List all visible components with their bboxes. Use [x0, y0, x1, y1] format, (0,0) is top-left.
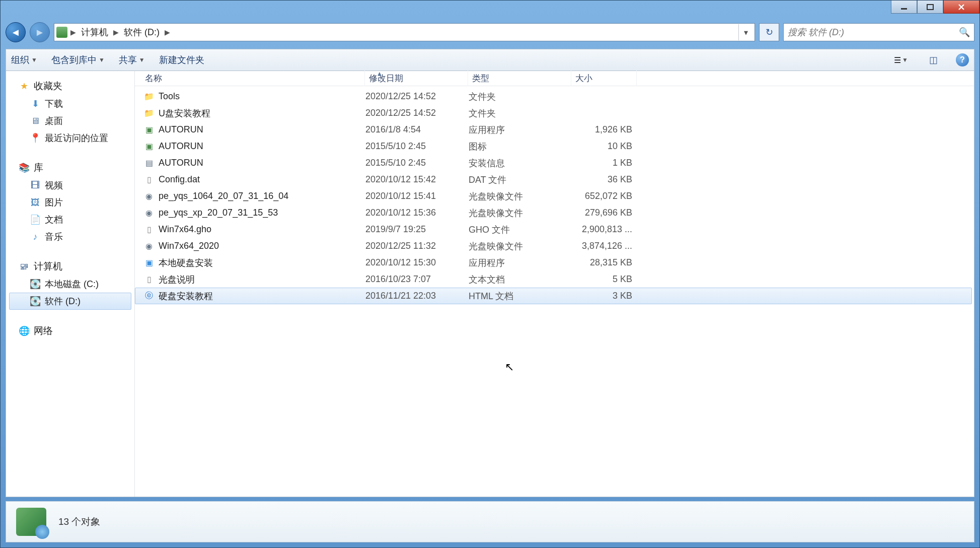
- share-label: 共享: [119, 54, 137, 66]
- new-folder-button[interactable]: 新建文件夹: [159, 54, 204, 66]
- drive-icon: [56, 27, 67, 38]
- file-date: 2016/10/23 7:07: [365, 274, 469, 285]
- iso-icon: ◉: [143, 191, 155, 202]
- file-type: DAT 文件: [469, 174, 572, 186]
- file-row[interactable]: ▣AUTORUN2016/1/8 4:54应用程序1,926 KB: [135, 121, 972, 138]
- computer-header[interactable]: 🖳 计算机: [9, 257, 131, 276]
- file-row[interactable]: 📁Tools2020/12/25 14:52文件夹: [135, 88, 972, 105]
- include-label: 包含到库中: [51, 54, 97, 66]
- file-name: AUTORUN: [159, 158, 203, 168]
- file-date: 2020/10/12 15:30: [365, 257, 469, 268]
- file-name: Tools: [159, 91, 180, 102]
- address-bar[interactable]: ▶ 计算机 ▶ 软件 (D:) ▶ ▾: [54, 23, 755, 41]
- file-name: Config.dat: [159, 174, 200, 185]
- file-row[interactable]: ▯Win7x64.gho2019/9/7 19:25GHO 文件2,900,81…: [135, 221, 972, 238]
- forward-button[interactable]: ►: [30, 22, 50, 42]
- file-rows: 📁Tools2020/12/25 14:52文件夹📁U盘安装教程2020/12/…: [135, 86, 974, 497]
- txt-icon: ▯: [143, 274, 155, 285]
- close-button[interactable]: [943, 1, 979, 14]
- file-row[interactable]: ▣本地硬盘安装2020/10/12 15:30应用程序28,315 KB: [135, 254, 972, 271]
- doc-icon: 📄: [30, 215, 41, 225]
- maximize-button[interactable]: [917, 1, 943, 14]
- favorites-header[interactable]: ★ 收藏夹: [9, 77, 131, 95]
- nav-item-desk[interactable]: 🖥桌面: [9, 112, 131, 129]
- nav-item-label: 最近访问的位置: [45, 132, 108, 144]
- refresh-icon: ↻: [766, 27, 773, 38]
- chevron-right-icon[interactable]: ▶: [70, 28, 76, 36]
- file-type: HTML 文档: [469, 290, 572, 302]
- organize-menu[interactable]: 组织▼: [11, 54, 37, 66]
- nav-item-doc[interactable]: 📄文档: [9, 211, 131, 228]
- nav-item-vid[interactable]: 🎞视频: [9, 177, 131, 194]
- libraries-header[interactable]: 📚 库: [9, 159, 131, 177]
- network-group: 🌐 网络: [9, 322, 131, 340]
- nav-item-drive-c[interactable]: 💽本地磁盘 (C:): [9, 276, 131, 293]
- file-size: 10 KB: [572, 141, 637, 152]
- network-icon: 🌐: [19, 326, 30, 336]
- file-type: 光盘映像文件: [469, 207, 572, 219]
- file-type: 光盘映像文件: [469, 190, 572, 202]
- preview-pane-button[interactable]: ◫: [925, 52, 942, 67]
- iso-icon: ◉: [143, 208, 155, 219]
- chevron-right-icon[interactable]: ▶: [165, 28, 170, 36]
- nav-item-drive-d[interactable]: 💽软件 (D:): [9, 293, 131, 310]
- refresh-button[interactable]: ↻: [759, 23, 779, 41]
- file-type: 光盘映像文件: [469, 240, 572, 252]
- nav-item-recent[interactable]: 📍最近访问的位置: [9, 129, 131, 147]
- search-input[interactable]: [788, 27, 959, 38]
- status-count: 13 个对象: [58, 515, 100, 528]
- file-row[interactable]: ◉pe_yqs_xp_20_07_31_15_532020/10/12 15:3…: [135, 204, 972, 221]
- library-icon: 📚: [19, 163, 30, 173]
- breadcrumb-drive[interactable]: 软件 (D:): [122, 25, 162, 39]
- favorites-label: 收藏夹: [34, 80, 62, 93]
- nav-item-label: 本地磁盘 (C:): [45, 278, 99, 290]
- share-menu[interactable]: 共享▼: [119, 54, 145, 66]
- file-row[interactable]: ◉Win7x64_20202020/12/25 11:32光盘映像文件3,874…: [135, 238, 972, 254]
- file-name: 本地硬盘安装: [159, 257, 213, 269]
- file-name: Win7x64_2020: [159, 241, 219, 251]
- pic-icon: 🖼: [30, 197, 41, 208]
- back-button[interactable]: ◄: [6, 22, 26, 42]
- breadcrumb-computer[interactable]: 计算机: [79, 25, 110, 39]
- file-row[interactable]: ▣AUTORUN2015/5/10 2:45图标10 KB: [135, 138, 972, 155]
- nav-item-mus[interactable]: ♪音乐: [9, 228, 131, 245]
- file-name: pe_yqs_xp_20_07_31_15_53: [159, 208, 278, 218]
- explorer-body: ★ 收藏夹 ⬇下载🖥桌面📍最近访问的位置 📚 库 🎞视频🖼图片📄文档♪音乐 🖳 …: [6, 71, 974, 497]
- file-row[interactable]: ◉pe_yqs_1064_20_07_31_16_042020/10/12 15…: [135, 188, 972, 204]
- file-row[interactable]: ▯Config.dat2020/10/12 15:42DAT 文件36 KB: [135, 171, 972, 188]
- file-date: 2015/5/10 2:45: [365, 158, 469, 168]
- file-row[interactable]: 📁U盘安装教程2020/12/25 14:52文件夹: [135, 105, 972, 121]
- address-dropdown[interactable]: ▾: [738, 24, 752, 40]
- file-size: 1,926 KB: [572, 124, 637, 135]
- file-date: 2020/10/12 15:36: [365, 208, 469, 218]
- file-size: 3 KB: [572, 291, 637, 301]
- file-type: 文本文档: [469, 273, 572, 286]
- include-in-library-menu[interactable]: 包含到库中▼: [51, 54, 105, 66]
- network-header[interactable]: 🌐 网络: [9, 322, 131, 340]
- file-type: 应用程序: [469, 257, 572, 269]
- nav-item-dl[interactable]: ⬇下载: [9, 95, 131, 112]
- file-row[interactable]: ⓔ硬盘安装教程2016/11/21 22:03HTML 文档3 KB: [135, 288, 972, 304]
- icon-icon: ▣: [143, 141, 155, 152]
- file-date: 2016/11/21 22:03: [365, 291, 469, 301]
- nav-item-pic[interactable]: 🖼图片: [9, 194, 131, 211]
- vid-icon: 🎞: [30, 180, 41, 190]
- drive-d-icon: 💽: [30, 296, 41, 306]
- search-box[interactable]: 🔍: [783, 23, 974, 41]
- column-size[interactable]: 大小: [571, 71, 637, 86]
- column-name[interactable]: 名称: [141, 71, 365, 86]
- navigation-pane: ★ 收藏夹 ⬇下载🖥桌面📍最近访问的位置 📚 库 🎞视频🖼图片📄文档♪音乐 🖳 …: [6, 71, 135, 497]
- file-row[interactable]: ▯光盘说明2016/10/23 7:07文本文档5 KB: [135, 271, 972, 288]
- column-type[interactable]: 类型: [468, 71, 571, 86]
- help-button[interactable]: ?: [956, 53, 969, 66]
- file-type: 图标: [469, 141, 572, 153]
- nav-item-label: 文档: [45, 214, 63, 226]
- nav-item-label: 视频: [45, 179, 63, 191]
- folder-icon: 📁: [143, 91, 155, 102]
- app-icon: ▣: [143, 257, 155, 268]
- minimize-button[interactable]: [891, 1, 917, 14]
- view-mode-button[interactable]: ☰▼: [891, 54, 911, 66]
- file-row[interactable]: ▤AUTORUN2015/5/10 2:45安装信息1 KB: [135, 155, 972, 171]
- chevron-right-icon[interactable]: ▶: [113, 28, 119, 36]
- svg-rect-1: [927, 5, 933, 10]
